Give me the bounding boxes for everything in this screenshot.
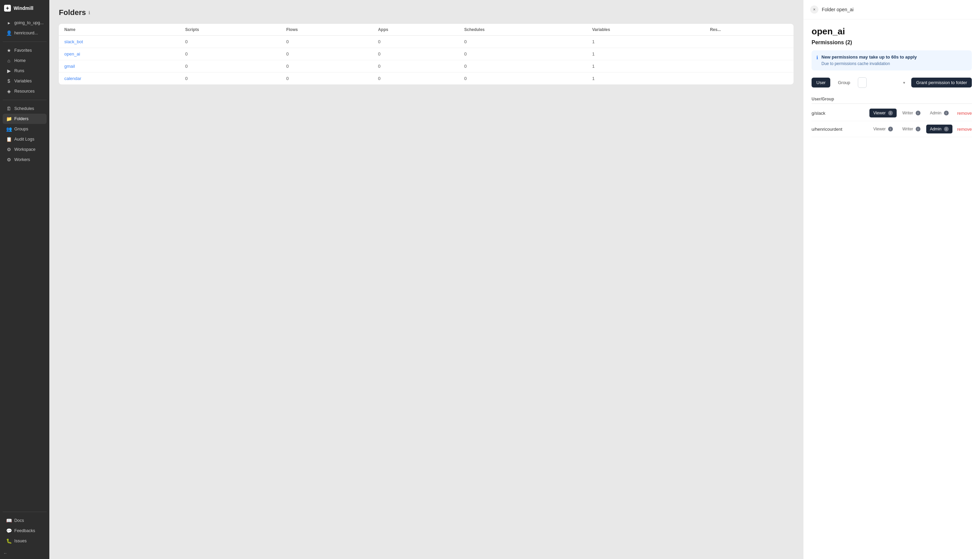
remove-permission-button[interactable]: remove	[957, 111, 972, 116]
resources-label: Resources	[14, 89, 35, 94]
folders-icon: 📁	[6, 116, 12, 122]
admin-info-icon[interactable]: i	[944, 111, 949, 116]
folder-resources-cell	[704, 36, 794, 48]
sidebar-item-issues[interactable]: 🐛 Issues	[3, 536, 46, 546]
admin-btn[interactable]: Admin i	[926, 109, 952, 117]
permissions-info-banner: ℹ New permissions may take up to 60s to …	[812, 50, 972, 71]
sidebar-item-workspace[interactable]: ⚙ Workspace	[3, 144, 46, 155]
tab-group[interactable]: Group	[833, 78, 855, 88]
folder-apps-cell: 0	[373, 60, 459, 73]
docs-icon: 📖	[6, 518, 12, 523]
folder-resources-cell	[704, 48, 794, 60]
sidebar-item-docs[interactable]: 📖 Docs	[3, 515, 46, 526]
workers-label: Workers	[14, 157, 30, 162]
col-resources: Res...	[704, 24, 794, 36]
svg-point-0	[7, 7, 8, 9]
col-schedules: Schedules	[459, 24, 587, 36]
page-title: Folders	[59, 8, 86, 17]
sidebar-item-feedbacks[interactable]: 💬 Feedbacks	[3, 526, 46, 536]
writer-btn[interactable]: Writer i	[899, 125, 924, 134]
sidebar-item-resources[interactable]: ◈ Resources	[3, 86, 46, 96]
resources-icon: ◈	[6, 89, 12, 94]
sidebar-item-folders[interactable]: 📁 Folders	[3, 114, 46, 124]
workers-icon: ⚙	[6, 157, 12, 162]
favorites-icon: ★	[6, 48, 12, 53]
user-select[interactable]	[858, 77, 867, 88]
info-banner-subtitle: Due to permissions cache invalidation	[822, 61, 890, 66]
main-content: Folders ℹ Name Scripts Flows Apps Schedu…	[49, 0, 803, 559]
tab-user[interactable]: User	[812, 78, 830, 88]
audit-logs-icon: 📋	[6, 137, 12, 142]
writer-info-icon[interactable]: i	[916, 111, 921, 116]
col-variables: Variables	[587, 24, 704, 36]
back-icon: ←	[3, 551, 8, 556]
panel-header-title: Folder open_ai	[822, 7, 853, 12]
folder-name-cell[interactable]: calendar	[59, 73, 180, 85]
folder-variables-cell: 1	[587, 48, 704, 60]
runs-label: Runs	[14, 68, 24, 73]
variables-label: Variables	[14, 79, 31, 83]
windmill-icon	[4, 5, 11, 12]
folder-variables-cell: 1	[587, 36, 704, 48]
sidebar-item-workers[interactable]: ⚙ Workers	[3, 155, 46, 165]
sidebar-item-workspace-dropdown[interactable]: ▸ going_to_upg...	[3, 18, 46, 28]
audit-logs-label: Audit Logs	[14, 137, 35, 142]
back-button[interactable]: ←	[0, 547, 49, 559]
schedules-icon: 🗓	[6, 106, 12, 111]
folders-label: Folders	[14, 116, 28, 121]
folder-name-cell[interactable]: slack_bot	[59, 36, 180, 48]
page-info-icon[interactable]: ℹ	[89, 10, 90, 15]
sidebar-item-home[interactable]: ⌂ Home	[3, 56, 46, 66]
viewer-info-icon[interactable]: i	[888, 111, 893, 116]
sidebar-item-user-profile[interactable]: 👤 henricourd...	[3, 28, 46, 38]
sidebar-item-favorites[interactable]: ★ Favorites	[3, 45, 46, 56]
perm-actions: Viewer i Writer i Admin i remove	[869, 109, 972, 117]
writer-info-icon[interactable]: i	[916, 127, 921, 131]
sidebar-divider-3	[3, 512, 46, 512]
sidebar-item-groups[interactable]: 👥 Groups	[3, 124, 46, 134]
folder-name-cell[interactable]: gmail	[59, 60, 180, 73]
sidebar-item-audit-logs[interactable]: 📋 Audit Logs	[3, 134, 46, 144]
folder-schedules-cell: 0	[459, 60, 587, 73]
groups-icon: 👥	[6, 126, 12, 132]
admin-btn[interactable]: Admin i	[926, 125, 952, 134]
admin-info-icon[interactable]: i	[944, 127, 949, 131]
folder-resources-cell	[704, 60, 794, 73]
home-icon: ⌂	[6, 58, 12, 63]
folder-name-cell[interactable]: open_ai	[59, 48, 180, 60]
viewer-btn[interactable]: Viewer i	[869, 109, 896, 117]
info-banner-icon: ℹ	[816, 55, 818, 66]
panel-body: open_ai Permissions (2) ℹ New permission…	[803, 20, 980, 144]
app-name: Windmill	[13, 5, 33, 11]
table-row: gmail 0 0 0 0 1	[59, 60, 794, 73]
sidebar-item-schedules[interactable]: 🗓 Schedules	[3, 104, 46, 114]
folders-table: Name Scripts Flows Apps Schedules Variab…	[59, 24, 794, 84]
remove-permission-button[interactable]: remove	[957, 127, 972, 132]
info-banner-title: New permissions may take up to 60s to ap…	[822, 55, 917, 60]
folder-scripts-cell: 0	[180, 73, 281, 85]
folder-flows-cell: 0	[281, 48, 373, 60]
folders-table-container: Name Scripts Flows Apps Schedules Variab…	[59, 24, 794, 84]
sidebar-item-runs[interactable]: ▶ Runs	[3, 66, 46, 76]
viewer-btn[interactable]: Viewer i	[869, 125, 896, 134]
table-row: calendar 0 0 0 0 1	[59, 73, 794, 85]
permission-row: u/henricourdent Viewer i Writer i Admin …	[812, 121, 972, 137]
issues-icon: 🐛	[6, 538, 12, 544]
viewer-info-icon[interactable]: i	[888, 127, 893, 131]
panel-close-button[interactable]: ×	[810, 5, 818, 13]
table-header-row: Name Scripts Flows Apps Schedules Variab…	[59, 24, 794, 36]
panel-header: × Folder open_ai	[803, 0, 980, 20]
permissions-table-header: User/Group	[812, 95, 972, 104]
app-logo[interactable]: Windmill	[0, 0, 49, 17]
folder-schedules-cell: 0	[459, 48, 587, 60]
close-icon: ×	[813, 7, 815, 12]
user-label: henricourd...	[14, 31, 38, 35]
folder-schedules-cell: 0	[459, 73, 587, 85]
col-name: Name	[59, 24, 180, 36]
grant-permission-button[interactable]: Grant permission to folder	[911, 78, 972, 88]
writer-btn[interactable]: Writer i	[899, 109, 924, 117]
folder-flows-cell: 0	[281, 60, 373, 73]
sidebar-item-variables[interactable]: $ Variables	[3, 76, 46, 86]
user-group-col-header: User/Group	[812, 97, 972, 101]
feedbacks-label: Feedbacks	[14, 528, 35, 533]
